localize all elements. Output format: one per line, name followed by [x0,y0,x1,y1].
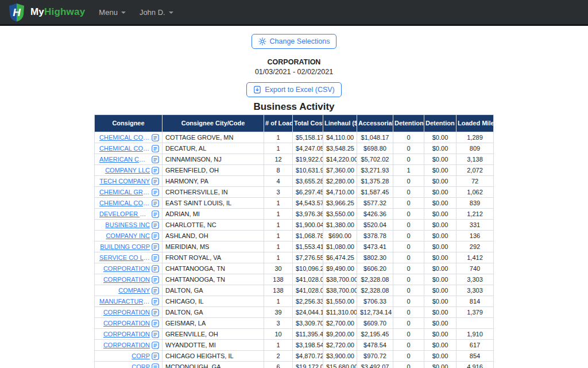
notes-icon[interactable] [152,254,159,262]
notes-icon[interactable] [152,352,159,360]
loads-cell: 6 [264,362,293,368]
consignee-city-cell: GREENFIELD, OH [163,165,264,176]
consignee-cell: BUSINESS INC [95,220,163,231]
consignee-link[interactable]: CHEMICAL COM... [99,145,150,152]
detention-count-cell: 0 [393,187,424,198]
consignee-city-cell: CINNAMINSON, NJ [163,154,264,165]
detention-count-cell: 0 [393,285,424,296]
notes-icon[interactable] [152,156,159,163]
consignee-link[interactable]: CORPORATION [103,265,150,273]
linehaul-cell: $6,474.25 [323,252,357,263]
detention-count-cell: 0 [393,263,424,274]
report-date-range: 01/03/2021 - 02/02/2021 [0,68,588,76]
notes-icon[interactable] [152,287,159,294]
brand-text: MyHighway [30,6,85,18]
accessorial-cell: $970.72 [357,351,393,362]
total-cost-cell: $3,976.36 [293,209,323,220]
total-cost-cell: $2,256.33 [293,296,323,307]
consignee-cell: CHEMICAL GROUP [95,187,163,198]
loads-cell: 12 [264,154,293,165]
consignee-link[interactable]: CORPORATION [103,309,150,316]
consignee-city-cell: DALTON, GA [163,307,264,318]
export-csv-label: Export to Excel (CSV) [265,86,335,94]
notes-icon[interactable] [152,320,159,327]
notes-icon[interactable] [152,298,159,305]
consignee-link[interactable]: COMPANY LLC [105,167,150,174]
notes-icon[interactable] [152,276,159,283]
detention-count-cell: 0 [393,351,424,362]
main-content: Change Selections CORPORATION 01/03/2021… [0,26,588,368]
table-row: CORPCHICAGO HEIGHTS, IL2$4,870.72$3,900.… [95,351,494,362]
consignee-link[interactable]: CHEMICAL COM... [99,134,150,141]
consignee-link[interactable]: BUILDING CORP [100,243,150,251]
loads-cell: 138 [264,274,293,285]
consignee-city-cell: COTTAGE GROVE, MN [163,132,264,143]
loads-cell: 39 [264,307,293,318]
detention-count-cell: 0 [393,307,424,318]
menu-dropdown[interactable]: Menu [99,8,126,17]
consignee-link[interactable]: BUSINESS INC [105,221,150,229]
consignee-link[interactable]: AMERICAN COM... [99,156,150,163]
change-selections-button[interactable]: Change Selections [252,34,337,49]
notes-icon[interactable] [152,200,159,207]
top-navbar: H MyHighway Menu John D. [0,0,588,26]
linehaul-cell: $1,550.00 [323,296,357,307]
total-cost-cell: $19,922.02 [293,154,323,165]
consignee-link[interactable]: CORPORATION [103,342,150,349]
detention-count-cell: 0 [393,154,424,165]
notes-icon[interactable] [152,363,159,368]
consignee-link[interactable]: CORP [131,352,150,360]
detention-amt-cell: $0.00 [424,154,457,165]
notes-icon[interactable] [152,331,159,338]
notes-icon[interactable] [152,342,159,349]
notes-icon[interactable] [152,265,159,273]
export-csv-button[interactable]: Export to Excel (CSV) [246,82,342,97]
consignee-link[interactable]: MANUFACTURIN... [99,298,150,305]
notes-icon[interactable] [152,309,159,316]
notes-icon[interactable] [152,178,159,185]
notes-icon[interactable] [152,243,159,251]
consignee-link[interactable]: CORPORATION [103,331,150,338]
consignee-link[interactable]: SERVICE CO LLC [99,254,150,262]
detention-count-cell: 0 [393,296,424,307]
notes-icon[interactable] [152,167,159,174]
loaded-miles-cell [457,318,494,329]
user-dropdown[interactable]: John D. [140,8,173,17]
consignee-link[interactable]: CORP [131,363,150,368]
consignee-link[interactable]: CHEMICAL GROUP [99,189,150,196]
consignee-cell: CORP [95,362,163,368]
total-cost-cell: $3,309.70 [293,318,323,329]
total-cost-cell: $1,068.78 [293,231,323,241]
notes-icon[interactable] [152,134,159,141]
notes-icon[interactable] [152,232,159,240]
linehaul-cell: $7,360.00 [323,165,357,176]
accessorial-cell: $2,328.08 [357,285,393,296]
linehaul-cell: $2,280.00 [323,176,357,187]
loaded-miles-cell: 1,289 [457,132,494,143]
loads-cell: 1 [264,252,293,263]
consignee-cell: TECH COMPANY [95,176,163,187]
consignee-link[interactable]: TECH COMPANY [99,178,150,185]
consignee-link[interactable]: DEVELOPER CO... [99,210,150,218]
detention-count-cell: 0 [393,209,424,220]
loads-cell: 1 [264,241,293,252]
notes-icon[interactable] [152,210,159,218]
linehaul-cell: $1,380.00 [323,220,357,231]
accessorial-cell: $378.78 [357,231,393,241]
loaded-miles-cell: 1,379 [457,307,494,318]
notes-icon[interactable] [152,145,159,152]
brand[interactable]: H MyHighway [8,3,85,22]
consignee-link[interactable]: COMPANY INC [106,232,150,240]
linehaul-cell: $1,080.00 [323,241,357,252]
consignee-link[interactable]: CORPORATION [103,276,150,283]
notes-icon[interactable] [152,221,159,229]
notes-icon[interactable] [152,189,159,196]
table-row: BUSINESS INCCHARLOTTE, NC1$1,900.04$1,38… [95,220,494,231]
linehaul-cell: $3,548.25 [323,143,357,154]
accessorial-cell: $1,375.28 [357,176,393,187]
consignee-link[interactable]: CHEMICAL CORP [99,200,150,207]
consignee-link[interactable]: COMPANY [118,287,150,294]
table-row: CHEMICAL CORPEAST SAINT LOUIS, IL1$4,543… [95,198,494,209]
consignee-link[interactable]: CORPORATION [103,320,150,327]
accessorial-cell: $577.32 [357,198,393,209]
